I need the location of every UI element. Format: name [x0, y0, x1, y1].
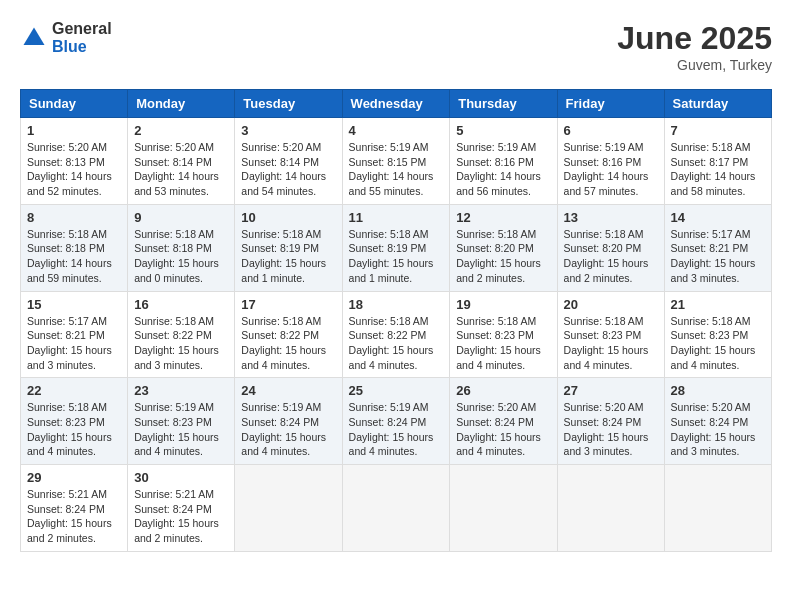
sunset-text: Sunset: 8:24 PM — [27, 503, 105, 515]
day-number: 27 — [564, 383, 658, 398]
daylight-text: Daylight: 15 hours and 2 minutes. — [456, 257, 541, 284]
calendar-week-row: 22 Sunrise: 5:18 AM Sunset: 8:23 PM Dayl… — [21, 378, 772, 465]
day-info: Sunrise: 5:18 AM Sunset: 8:20 PM Dayligh… — [456, 227, 550, 286]
month-title: June 2025 — [617, 20, 772, 57]
table-row: 23 Sunrise: 5:19 AM Sunset: 8:23 PM Dayl… — [128, 378, 235, 465]
sunrise-text: Sunrise: 5:18 AM — [241, 228, 321, 240]
day-number: 16 — [134, 297, 228, 312]
logo: General Blue — [20, 20, 112, 55]
day-number: 7 — [671, 123, 765, 138]
sunset-text: Sunset: 8:19 PM — [241, 242, 319, 254]
day-number: 30 — [134, 470, 228, 485]
daylight-text: Daylight: 14 hours and 52 minutes. — [27, 170, 112, 197]
sunset-text: Sunset: 8:18 PM — [27, 242, 105, 254]
daylight-text: Daylight: 15 hours and 4 minutes. — [456, 431, 541, 458]
daylight-text: Daylight: 15 hours and 3 minutes. — [564, 431, 649, 458]
daylight-text: Daylight: 15 hours and 4 minutes. — [241, 344, 326, 371]
table-row — [557, 465, 664, 552]
day-number: 26 — [456, 383, 550, 398]
table-row: 1 Sunrise: 5:20 AM Sunset: 8:13 PM Dayli… — [21, 118, 128, 205]
day-info: Sunrise: 5:20 AM Sunset: 8:14 PM Dayligh… — [134, 140, 228, 199]
table-row: 28 Sunrise: 5:20 AM Sunset: 8:24 PM Dayl… — [664, 378, 771, 465]
day-number: 6 — [564, 123, 658, 138]
daylight-text: Daylight: 15 hours and 4 minutes. — [134, 431, 219, 458]
day-number: 17 — [241, 297, 335, 312]
table-row: 17 Sunrise: 5:18 AM Sunset: 8:22 PM Dayl… — [235, 291, 342, 378]
sunrise-text: Sunrise: 5:19 AM — [134, 401, 214, 413]
day-number: 19 — [456, 297, 550, 312]
day-number: 15 — [27, 297, 121, 312]
sunrise-text: Sunrise: 5:18 AM — [241, 315, 321, 327]
title-block: June 2025 Guvem, Turkey — [617, 20, 772, 73]
sunset-text: Sunset: 8:20 PM — [456, 242, 534, 254]
daylight-text: Daylight: 15 hours and 1 minute. — [349, 257, 434, 284]
day-info: Sunrise: 5:19 AM Sunset: 8:24 PM Dayligh… — [241, 400, 335, 459]
daylight-text: Daylight: 15 hours and 4 minutes. — [564, 344, 649, 371]
daylight-text: Daylight: 15 hours and 3 minutes. — [671, 257, 756, 284]
table-row: 30 Sunrise: 5:21 AM Sunset: 8:24 PM Dayl… — [128, 465, 235, 552]
sunset-text: Sunset: 8:24 PM — [456, 416, 534, 428]
daylight-text: Daylight: 15 hours and 4 minutes. — [241, 431, 326, 458]
sunrise-text: Sunrise: 5:21 AM — [134, 488, 214, 500]
calendar-table: Sunday Monday Tuesday Wednesday Thursday… — [20, 89, 772, 552]
daylight-text: Daylight: 14 hours and 58 minutes. — [671, 170, 756, 197]
sunrise-text: Sunrise: 5:18 AM — [456, 315, 536, 327]
day-number: 24 — [241, 383, 335, 398]
sunrise-text: Sunrise: 5:18 AM — [456, 228, 536, 240]
day-number: 10 — [241, 210, 335, 225]
daylight-text: Daylight: 15 hours and 4 minutes. — [456, 344, 541, 371]
sunrise-text: Sunrise: 5:18 AM — [349, 315, 429, 327]
day-number: 18 — [349, 297, 444, 312]
table-row: 2 Sunrise: 5:20 AM Sunset: 8:14 PM Dayli… — [128, 118, 235, 205]
day-info: Sunrise: 5:18 AM Sunset: 8:20 PM Dayligh… — [564, 227, 658, 286]
sunrise-text: Sunrise: 5:20 AM — [456, 401, 536, 413]
table-row: 24 Sunrise: 5:19 AM Sunset: 8:24 PM Dayl… — [235, 378, 342, 465]
daylight-text: Daylight: 14 hours and 54 minutes. — [241, 170, 326, 197]
table-row: 8 Sunrise: 5:18 AM Sunset: 8:18 PM Dayli… — [21, 204, 128, 291]
table-row: 6 Sunrise: 5:19 AM Sunset: 8:16 PM Dayli… — [557, 118, 664, 205]
sunrise-text: Sunrise: 5:17 AM — [671, 228, 751, 240]
day-info: Sunrise: 5:19 AM Sunset: 8:23 PM Dayligh… — [134, 400, 228, 459]
table-row: 21 Sunrise: 5:18 AM Sunset: 8:23 PM Dayl… — [664, 291, 771, 378]
sunset-text: Sunset: 8:22 PM — [241, 329, 319, 341]
day-info: Sunrise: 5:18 AM Sunset: 8:18 PM Dayligh… — [27, 227, 121, 286]
logo-icon — [20, 24, 48, 52]
calendar-week-row: 15 Sunrise: 5:17 AM Sunset: 8:21 PM Dayl… — [21, 291, 772, 378]
day-number: 25 — [349, 383, 444, 398]
day-number: 22 — [27, 383, 121, 398]
table-row: 25 Sunrise: 5:19 AM Sunset: 8:24 PM Dayl… — [342, 378, 450, 465]
sunrise-text: Sunrise: 5:18 AM — [564, 315, 644, 327]
page-header: General Blue June 2025 Guvem, Turkey — [20, 20, 772, 73]
day-number: 12 — [456, 210, 550, 225]
daylight-text: Daylight: 15 hours and 0 minutes. — [134, 257, 219, 284]
day-info: Sunrise: 5:19 AM Sunset: 8:16 PM Dayligh… — [456, 140, 550, 199]
calendar-week-row: 8 Sunrise: 5:18 AM Sunset: 8:18 PM Dayli… — [21, 204, 772, 291]
day-number: 13 — [564, 210, 658, 225]
day-info: Sunrise: 5:21 AM Sunset: 8:24 PM Dayligh… — [27, 487, 121, 546]
day-number: 5 — [456, 123, 550, 138]
day-info: Sunrise: 5:18 AM Sunset: 8:19 PM Dayligh… — [241, 227, 335, 286]
sunrise-text: Sunrise: 5:21 AM — [27, 488, 107, 500]
daylight-text: Daylight: 15 hours and 2 minutes. — [564, 257, 649, 284]
table-row: 26 Sunrise: 5:20 AM Sunset: 8:24 PM Dayl… — [450, 378, 557, 465]
table-row — [342, 465, 450, 552]
day-info: Sunrise: 5:17 AM Sunset: 8:21 PM Dayligh… — [671, 227, 765, 286]
col-wednesday: Wednesday — [342, 90, 450, 118]
day-info: Sunrise: 5:18 AM Sunset: 8:22 PM Dayligh… — [241, 314, 335, 373]
day-info: Sunrise: 5:18 AM Sunset: 8:23 PM Dayligh… — [671, 314, 765, 373]
sunrise-text: Sunrise: 5:18 AM — [134, 228, 214, 240]
daylight-text: Daylight: 15 hours and 1 minute. — [241, 257, 326, 284]
sunset-text: Sunset: 8:22 PM — [349, 329, 427, 341]
day-number: 14 — [671, 210, 765, 225]
sunrise-text: Sunrise: 5:20 AM — [671, 401, 751, 413]
day-info: Sunrise: 5:18 AM Sunset: 8:18 PM Dayligh… — [134, 227, 228, 286]
calendar-week-row: 29 Sunrise: 5:21 AM Sunset: 8:24 PM Dayl… — [21, 465, 772, 552]
table-row: 4 Sunrise: 5:19 AM Sunset: 8:15 PM Dayli… — [342, 118, 450, 205]
day-info: Sunrise: 5:19 AM Sunset: 8:24 PM Dayligh… — [349, 400, 444, 459]
sunset-text: Sunset: 8:24 PM — [134, 503, 212, 515]
daylight-text: Daylight: 14 hours and 57 minutes. — [564, 170, 649, 197]
sunset-text: Sunset: 8:23 PM — [134, 416, 212, 428]
calendar-week-row: 1 Sunrise: 5:20 AM Sunset: 8:13 PM Dayli… — [21, 118, 772, 205]
table-row: 27 Sunrise: 5:20 AM Sunset: 8:24 PM Dayl… — [557, 378, 664, 465]
sunset-text: Sunset: 8:23 PM — [564, 329, 642, 341]
